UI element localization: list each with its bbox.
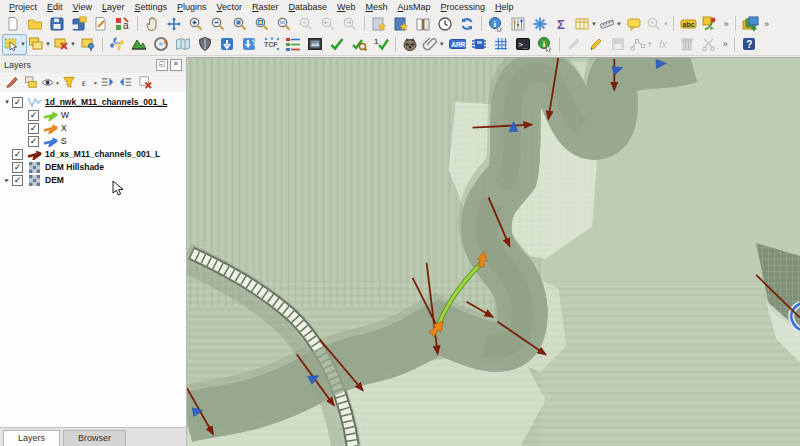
labeling-icon[interactable]: abc xyxy=(677,13,699,34)
map-export-icon[interactable] xyxy=(304,34,326,55)
plugin-chip-icon[interactable] xyxy=(468,34,490,55)
menu-help[interactable]: Help xyxy=(490,1,519,13)
zoom-next-icon[interactable] xyxy=(339,13,361,34)
current-edits-icon[interactable] xyxy=(585,34,607,55)
interpolation-icon[interactable] xyxy=(490,34,512,55)
attribute-table-icon[interactable]: ▼ xyxy=(573,13,598,34)
map-canvas[interactable] xyxy=(187,57,800,446)
pan-to-selection-icon[interactable] xyxy=(163,13,185,34)
menu-plugins[interactable]: Plugins xyxy=(172,1,212,13)
layer-label[interactable]: W xyxy=(61,110,69,120)
tuflow-viewer-icon[interactable] xyxy=(399,34,421,55)
layer-visibility-checkbox[interactable]: ✓ xyxy=(28,123,39,134)
menu-edit[interactable]: Edit xyxy=(42,1,68,13)
run-info-icon[interactable]: i xyxy=(534,34,556,55)
layer-visibility-checkbox[interactable]: ✓ xyxy=(12,97,23,108)
menu-processing[interactable]: Processing xyxy=(436,1,491,13)
layer-tree-item[interactable]: ▾✓1d_nwk_M11_channels_001_L xyxy=(0,96,186,108)
zoom-native-icon[interactable] xyxy=(295,13,317,34)
tcf-icon[interactable]: TCF xyxy=(260,34,282,55)
remove-layer-icon[interactable] xyxy=(136,74,155,91)
layer-symbol-item[interactable]: ✓W xyxy=(0,109,186,121)
save-edits-icon[interactable] xyxy=(607,34,629,55)
toolbar-overflow-icon[interactable]: » xyxy=(761,19,772,29)
show-statistics-icon[interactable]: Σ xyxy=(551,13,573,34)
bookmark-manager-icon[interactable] xyxy=(412,13,434,34)
processing-toolbox-icon[interactable] xyxy=(529,13,551,34)
check-review-icon[interactable] xyxy=(348,34,370,55)
menu-vector[interactable]: Vector xyxy=(212,1,248,13)
layer-visibility-checkbox[interactable]: ✓ xyxy=(12,149,23,160)
panel-tab-browser[interactable]: Browser xyxy=(63,430,126,446)
map-tips-icon[interactable] xyxy=(623,13,645,34)
python-console-icon[interactable] xyxy=(106,34,128,55)
layer-visibility-checkbox[interactable]: ✓ xyxy=(12,175,23,186)
filter-legend-icon[interactable] xyxy=(60,74,79,91)
open-project-icon[interactable] xyxy=(24,13,46,34)
deselect-features-icon[interactable]: ▼ xyxy=(52,34,77,55)
select-features-icon[interactable]: ▼ xyxy=(2,34,27,55)
show-bookmarks-icon[interactable] xyxy=(390,13,412,34)
menu-mesh[interactable]: Mesh xyxy=(360,1,392,13)
refresh-map-icon[interactable] xyxy=(456,13,478,34)
zoom-to-selection-icon[interactable] xyxy=(251,13,273,34)
zoom-full-icon[interactable] xyxy=(229,13,251,34)
select-by-location-icon[interactable] xyxy=(77,34,99,55)
attachment-icon[interactable]: ▼ xyxy=(421,34,446,55)
panel-float-icon[interactable]: ◱ xyxy=(156,59,168,71)
layer-tree-item[interactable]: ▸✓DEM xyxy=(0,174,186,186)
menu-layer[interactable]: Layer xyxy=(97,1,130,13)
menu-settings[interactable]: Settings xyxy=(129,1,172,13)
zoom-in-icon[interactable] xyxy=(185,13,207,34)
apply-tuflow-styles-icon[interactable] xyxy=(282,34,304,55)
filter-by-expression-icon[interactable]: ε▼ xyxy=(79,74,98,91)
identify-features-icon[interactable]: i xyxy=(485,13,507,34)
menu-database[interactable]: Database xyxy=(284,1,333,13)
pan-map-icon[interactable] xyxy=(141,13,163,34)
zoom-last-icon[interactable] xyxy=(317,13,339,34)
mask-plugin-icon[interactable] xyxy=(194,34,216,55)
layer-label[interactable]: 1d_nwk_M11_channels_001_L xyxy=(45,97,167,107)
toggle-editing-icon[interactable] xyxy=(563,34,585,55)
georeferencer-icon[interactable] xyxy=(150,34,172,55)
zoom-to-layer-icon[interactable] xyxy=(273,13,295,34)
check-1d-icon[interactable]: 1 xyxy=(370,34,392,55)
basemap-icon[interactable] xyxy=(172,34,194,55)
expand-all-icon[interactable] xyxy=(98,74,117,91)
panel-close-icon[interactable]: ✕ xyxy=(170,59,182,71)
tree-expander-icon[interactable]: ▾ xyxy=(2,98,12,106)
panel-tab-layers[interactable]: Layers xyxy=(3,430,60,446)
layer-visibility-checkbox[interactable]: ✓ xyxy=(28,136,39,147)
layer-symbol-item[interactable]: ✓X xyxy=(0,122,186,134)
zoom-out-icon[interactable] xyxy=(207,13,229,34)
menu-project[interactable]: Project xyxy=(4,1,42,13)
toolbar-overflow-icon[interactable]: » xyxy=(720,39,731,49)
manage-layers-icon[interactable] xyxy=(739,13,761,34)
zoom-extra-icon[interactable]: ▼ xyxy=(645,13,670,34)
statistical-summary-icon[interactable] xyxy=(507,13,529,34)
layer-labeling-icon[interactable] xyxy=(699,13,721,34)
add-group-icon[interactable] xyxy=(22,74,41,91)
check-inputs-icon[interactable] xyxy=(326,34,348,55)
layer-symbol-item[interactable]: ✓S xyxy=(0,135,186,147)
layer-label[interactable]: X xyxy=(61,123,67,133)
cut-features-icon[interactable] xyxy=(698,34,720,55)
menu-raster[interactable]: Raster xyxy=(247,1,284,13)
layer-label[interactable]: 1d_xs_M11_channels_001_L xyxy=(45,149,160,159)
layer-label[interactable]: DEM Hillshade xyxy=(45,162,104,172)
toolbar-overflow-icon[interactable]: » xyxy=(721,19,732,29)
new-project-icon[interactable] xyxy=(2,13,24,34)
console-icon[interactable]: >_ xyxy=(512,34,534,55)
help-icon[interactable]: ? xyxy=(738,34,760,55)
tree-expander-icon[interactable]: ▸ xyxy=(2,176,12,184)
layer-tree-item[interactable]: ✓1d_xs_M11_channels_001_L xyxy=(0,148,186,160)
temporal-controller-icon[interactable] xyxy=(434,13,456,34)
layer-tree-item[interactable]: ✓DEM Hillshade xyxy=(0,161,186,173)
select-by-value-icon[interactable]: ▼ xyxy=(27,34,52,55)
manage-map-themes-icon[interactable]: ▼ xyxy=(41,74,60,91)
profile-tool-icon[interactable] xyxy=(128,34,150,55)
menu-view[interactable]: View xyxy=(68,1,97,13)
arr-tool-icon[interactable]: ARR xyxy=(446,34,468,55)
menu-web[interactable]: Web xyxy=(332,1,360,13)
save-project-icon[interactable] xyxy=(46,13,68,34)
